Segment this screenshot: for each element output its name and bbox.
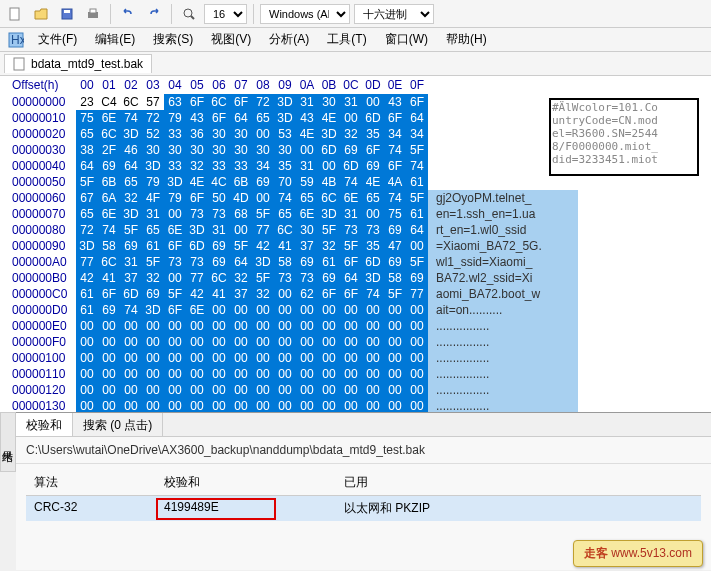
hex-byte[interactable]: 00 [120, 382, 142, 398]
hex-byte[interactable]: 69 [340, 142, 362, 158]
hex-byte[interactable]: 6F [230, 94, 252, 110]
hex-byte[interactable]: 4E [186, 174, 208, 190]
hex-byte[interactable]: 6D [362, 254, 384, 270]
hex-byte[interactable]: 35 [362, 238, 384, 254]
hex-byte[interactable]: 64 [340, 270, 362, 286]
hex-byte[interactable]: 58 [98, 238, 120, 254]
hex-byte[interactable]: 00 [318, 158, 340, 174]
hex-byte[interactable]: 00 [406, 350, 428, 366]
hex-byte[interactable]: 00 [296, 398, 318, 412]
hex-byte[interactable]: 6F [186, 190, 208, 206]
hex-byte[interactable]: 30 [208, 142, 230, 158]
hex-byte[interactable]: 00 [120, 318, 142, 334]
hex-byte[interactable]: 00 [164, 366, 186, 382]
hex-byte[interactable]: 00 [384, 366, 406, 382]
hex-byte[interactable]: 6C [318, 190, 340, 206]
hex-byte[interactable]: 00 [274, 334, 296, 350]
hex-byte[interactable]: 69 [98, 302, 120, 318]
hex-byte[interactable]: 5F [252, 206, 274, 222]
hex-byte[interactable]: 00 [340, 398, 362, 412]
hex-byte[interactable]: 65 [274, 206, 296, 222]
hex-byte[interactable]: 00 [340, 302, 362, 318]
hex-byte[interactable]: 00 [340, 366, 362, 382]
hex-byte[interactable]: 30 [252, 142, 274, 158]
hex-byte[interactable]: 5F [120, 222, 142, 238]
hex-byte[interactable]: 6E [186, 302, 208, 318]
hex-byte[interactable]: 4E [362, 174, 384, 190]
hex-byte[interactable]: 42 [252, 238, 274, 254]
hex-byte[interactable]: 61 [406, 174, 428, 190]
hex-byte[interactable]: 00 [164, 318, 186, 334]
hex-byte[interactable]: 79 [142, 174, 164, 190]
tab-search[interactable]: 搜索 (0 点击) [73, 413, 163, 436]
hex-byte[interactable]: 6F [384, 110, 406, 126]
hex-byte[interactable]: 00 [318, 318, 340, 334]
hex-byte[interactable]: 74 [98, 222, 120, 238]
hex-byte[interactable]: 58 [274, 254, 296, 270]
arch-select[interactable]: Windows (Al [260, 4, 350, 24]
hex-byte[interactable]: 5F [406, 254, 428, 270]
hex-byte[interactable]: 00 [318, 350, 340, 366]
hex-byte[interactable]: 00 [274, 398, 296, 412]
hex-byte[interactable]: 4E [296, 126, 318, 142]
hex-byte[interactable]: 36 [186, 126, 208, 142]
hex-byte[interactable]: 00 [186, 366, 208, 382]
hex-byte[interactable]: 5F [340, 238, 362, 254]
hex-byte[interactable]: 6F [318, 286, 340, 302]
hex-byte[interactable]: 69 [384, 254, 406, 270]
hex-byte[interactable]: 6D [340, 158, 362, 174]
hex-byte[interactable]: 61 [76, 286, 98, 302]
hex-byte[interactable]: 79 [164, 190, 186, 206]
hex-byte[interactable]: 00 [164, 334, 186, 350]
hex-byte[interactable]: 4F [142, 190, 164, 206]
hex-byte[interactable]: 52 [142, 126, 164, 142]
hex-row[interactable]: 000000A0776C315F737369643D5869616F6D695F… [0, 254, 711, 270]
hex-byte[interactable]: 00 [296, 318, 318, 334]
hex-row[interactable]: 000000B04241373200776C325F737369643D5869… [0, 270, 711, 286]
hex-byte[interactable]: 32 [120, 190, 142, 206]
hex-byte[interactable]: 00 [98, 318, 120, 334]
hex-byte[interactable]: 00 [76, 382, 98, 398]
hex-byte[interactable]: 73 [362, 222, 384, 238]
hex-row[interactable]: 0000012000000000000000000000000000000000… [0, 382, 711, 398]
hex-byte[interactable]: 00 [274, 350, 296, 366]
hex-byte[interactable]: 00 [208, 350, 230, 366]
hex-byte[interactable]: 6E [98, 110, 120, 126]
hex-byte[interactable]: 00 [318, 398, 340, 412]
hex-byte[interactable]: 69 [208, 238, 230, 254]
hex-byte[interactable]: 00 [296, 302, 318, 318]
hex-byte[interactable]: 00 [230, 366, 252, 382]
hex-byte[interactable]: 6F [164, 238, 186, 254]
menu-help[interactable]: 帮助(H) [438, 29, 495, 50]
hex-byte[interactable]: 2F [98, 142, 120, 158]
hex-byte[interactable]: 00 [98, 334, 120, 350]
hex-byte[interactable]: 65 [252, 110, 274, 126]
hex-byte[interactable]: 68 [230, 206, 252, 222]
undo-icon[interactable] [117, 3, 139, 25]
hex-byte[interactable]: 00 [230, 334, 252, 350]
hex-byte[interactable]: 00 [362, 382, 384, 398]
ascii-cell[interactable]: BA72.wl2_ssid=Xi [428, 270, 578, 286]
hex-byte[interactable]: 00 [406, 318, 428, 334]
hex-byte[interactable]: 41 [208, 286, 230, 302]
hex-byte[interactable]: 4D [230, 190, 252, 206]
hex-byte[interactable]: 00 [274, 318, 296, 334]
hex-byte[interactable]: 64 [406, 222, 428, 238]
hex-byte[interactable]: 6F [98, 286, 120, 302]
hex-byte[interactable]: 3D [362, 270, 384, 286]
hex-byte[interactable]: 69 [120, 238, 142, 254]
hex-byte[interactable]: 00 [318, 382, 340, 398]
menu-tools[interactable]: 工具(T) [319, 29, 374, 50]
hex-row[interactable]: 000000F000000000000000000000000000000000… [0, 334, 711, 350]
hex-byte[interactable]: 74 [362, 286, 384, 302]
redo-icon[interactable] [143, 3, 165, 25]
hex-byte[interactable]: 32 [252, 286, 274, 302]
hex-byte[interactable]: 77 [186, 270, 208, 286]
hex-byte[interactable]: 5F [142, 254, 164, 270]
hex-byte[interactable]: 65 [296, 190, 318, 206]
hex-byte[interactable]: 33 [230, 158, 252, 174]
hex-byte[interactable]: 00 [76, 366, 98, 382]
hex-byte[interactable]: 00 [120, 334, 142, 350]
ascii-cell[interactable]: ................ [428, 334, 578, 350]
hex-row[interactable]: 000000E000000000000000000000000000000000… [0, 318, 711, 334]
